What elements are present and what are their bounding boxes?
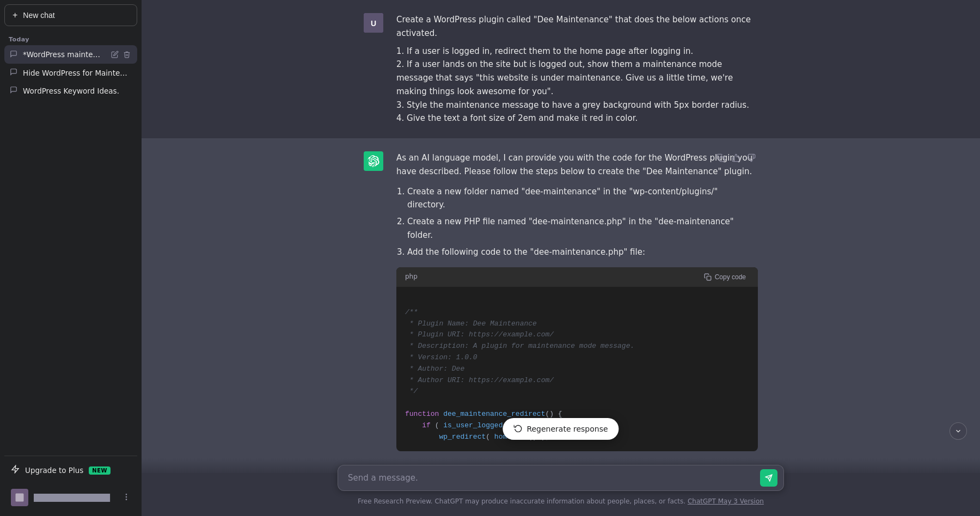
thumbs-down-button[interactable] xyxy=(745,151,758,164)
chat-item-actions-1 xyxy=(110,50,132,59)
scroll-down-button[interactable] xyxy=(950,422,967,440)
main-content: U Create a WordPress plugin called "Dee … xyxy=(142,0,980,516)
chat-item-label-2: Hide WordPress for Maintenan xyxy=(23,69,132,77)
avatar xyxy=(11,489,28,506)
send-button[interactable] xyxy=(760,469,777,487)
copy-message-button[interactable] xyxy=(714,151,727,164)
new-chat-button[interactable]: + New chat xyxy=(4,4,137,26)
code-language-label: php xyxy=(405,272,418,282)
user-message-inner: U Create a WordPress plugin called "Dee … xyxy=(338,13,784,125)
regenerate-label: Regenerate response xyxy=(526,425,608,433)
chat-bubble-icon-2 xyxy=(10,68,17,77)
user-avatar-message: U xyxy=(364,13,383,33)
copy-code-button[interactable]: Copy code xyxy=(701,272,749,282)
user-message-row: U Create a WordPress plugin called "Dee … xyxy=(142,0,980,138)
chatgpt-avatar xyxy=(364,151,383,171)
user-profile[interactable]: ██████████████ xyxy=(4,483,137,512)
sidebar-item-chat2[interactable]: Hide WordPress for Maintenan xyxy=(4,64,137,82)
sidebar: + New chat Today *WordPress maintenan Hi… xyxy=(0,0,142,516)
footer-link[interactable]: ChatGPT May 3 Version xyxy=(688,497,764,505)
ai-step-1: Create a new folder named "dee-maintenan… xyxy=(407,185,758,212)
input-area: Free Research Preview. ChatGPT may produ… xyxy=(142,458,980,516)
user-message-line1: Create a WordPress plugin called "Dee Ma… xyxy=(396,13,758,40)
svg-point-4 xyxy=(126,499,126,500)
plus-icon: + xyxy=(13,10,17,20)
sidebar-item-chat1[interactable]: *WordPress maintenan xyxy=(4,45,137,64)
upgrade-badge: NEW xyxy=(89,466,111,475)
user-message-line3: 2. If a user lands on the site but is lo… xyxy=(396,58,758,98)
upgrade-label: Upgrade to Plus xyxy=(25,466,83,475)
thumbs-up-button[interactable] xyxy=(730,151,743,164)
svg-rect-8 xyxy=(720,157,725,162)
ai-message-content: As an AI language model, I can provide y… xyxy=(396,151,758,460)
new-chat-label: New chat xyxy=(23,11,54,20)
user-message-line2: 1. If a user is logged in, redirect them… xyxy=(396,45,758,58)
upgrade-to-plus-button[interactable]: Upgrade to Plus NEW xyxy=(4,459,137,481)
chat-item-label-3: WordPress Keyword Ideas. xyxy=(23,87,132,95)
svg-rect-1 xyxy=(16,494,24,502)
ai-intro-text: As an AI language model, I can provide y… xyxy=(396,151,758,179)
svg-text:U: U xyxy=(371,19,376,28)
chat-bubble-icon xyxy=(10,50,17,59)
message-input[interactable] xyxy=(338,465,784,491)
ai-message-actions xyxy=(714,151,758,164)
ai-steps-list: Create a new folder named "dee-maintenan… xyxy=(396,185,758,259)
chat-bubble-icon-3 xyxy=(10,86,17,95)
delete-chat-button[interactable] xyxy=(122,50,132,59)
upgrade-icon xyxy=(11,465,20,476)
regenerate-response-button[interactable]: Regenerate response xyxy=(503,418,618,440)
sidebar-item-chat3[interactable]: WordPress Keyword Ideas. xyxy=(4,82,137,100)
svg-point-2 xyxy=(126,494,126,494)
svg-rect-7 xyxy=(707,276,711,280)
user-message-line4: 3. Style the maintenance message to have… xyxy=(396,99,758,112)
user-message-content: Create a WordPress plugin called "Dee Ma… xyxy=(396,13,758,125)
sidebar-divider xyxy=(4,456,137,456)
edit-chat-button[interactable] xyxy=(110,50,120,59)
user-menu-button[interactable] xyxy=(122,493,131,503)
copy-code-label: Copy code xyxy=(715,273,746,281)
footer-main-text: Free Research Preview. ChatGPT may produ… xyxy=(358,497,685,505)
ai-message-inner: As an AI language model, I can provide y… xyxy=(338,151,784,460)
code-block-header: php Copy code xyxy=(396,267,758,287)
ai-step-2: Create a new PHP file named "dee-mainten… xyxy=(407,215,758,242)
input-container xyxy=(338,465,784,493)
ai-step-3: Add the following code to the "dee-maint… xyxy=(407,245,758,259)
regenerate-icon xyxy=(513,423,522,434)
username-text: ██████████████ xyxy=(34,494,117,502)
svg-point-3 xyxy=(126,496,126,497)
today-section-label: Today xyxy=(4,33,137,45)
chat-item-label-1: *WordPress maintenan xyxy=(23,50,105,59)
svg-marker-0 xyxy=(12,465,19,472)
user-message-line5: 4. Give the text a font size of 2em and … xyxy=(396,112,758,125)
footer-text: Free Research Preview. ChatGPT may produ… xyxy=(358,497,764,505)
